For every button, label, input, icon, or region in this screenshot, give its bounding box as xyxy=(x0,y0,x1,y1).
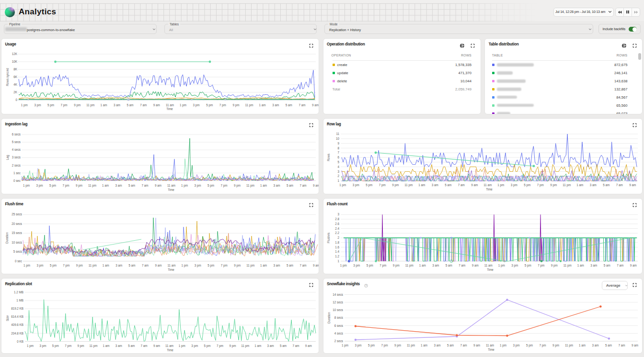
svg-text:11 am: 11 am xyxy=(484,264,492,267)
svg-text:2K: 2K xyxy=(13,90,17,94)
svg-text:1.4: 1.4 xyxy=(335,250,339,253)
svg-text:5 am: 5 am xyxy=(286,103,292,107)
svg-text:11 am: 11 am xyxy=(167,264,175,267)
svg-text:9 am: 9 am xyxy=(312,103,319,107)
svg-text:9 pm: 9 pm xyxy=(552,344,559,347)
svg-text:5 am: 5 am xyxy=(445,264,452,267)
svg-text:1 am: 1 am xyxy=(577,264,584,267)
svg-text:3 pm: 3 pm xyxy=(36,184,43,188)
svg-text:1 am: 1 am xyxy=(103,344,109,347)
svg-text:3 am: 3 am xyxy=(589,183,596,187)
svg-text:5 pm: 5 pm xyxy=(366,264,373,268)
svg-text:5 am: 5 am xyxy=(129,264,136,267)
svg-text:1 am: 1 am xyxy=(102,184,109,187)
svg-text:3 secs: 3 secs xyxy=(12,156,21,159)
svg-text:3 pm: 3 pm xyxy=(510,183,517,187)
svg-text:5 pm: 5 pm xyxy=(524,264,531,268)
svg-text:7 am: 7 am xyxy=(299,103,305,107)
svg-text:1 pm: 1 pm xyxy=(340,264,346,268)
svg-text:1 pm: 1 pm xyxy=(23,184,30,188)
svg-text:7 am: 7 am xyxy=(300,184,307,187)
svg-text:11 pm: 11 pm xyxy=(246,264,254,268)
svg-text:5 am: 5 am xyxy=(603,264,610,267)
svg-text:0: 0 xyxy=(16,98,18,101)
svg-text:3 am: 3 am xyxy=(274,264,280,267)
svg-text:1 am: 1 am xyxy=(579,344,586,347)
svg-text:11 am: 11 am xyxy=(166,103,174,107)
svg-text:2.4: 2.4 xyxy=(335,226,339,230)
svg-text:25 secs: 25 secs xyxy=(12,212,22,216)
svg-text:204.8 KB: 204.8 KB xyxy=(11,331,23,335)
svg-text:11 am: 11 am xyxy=(483,183,492,187)
svg-text:5 am: 5 am xyxy=(128,184,135,187)
svg-text:9 pm: 9 pm xyxy=(76,184,82,188)
svg-text:5 pm: 5 pm xyxy=(366,183,372,187)
svg-text:5 pm: 5 pm xyxy=(368,344,375,347)
svg-text:11 pm: 11 pm xyxy=(407,344,415,347)
svg-text:9 pm: 9 pm xyxy=(234,184,241,188)
svg-text:6 secs: 6 secs xyxy=(334,324,343,327)
svg-text:Time: Time xyxy=(487,268,494,271)
svg-text:1 am: 1 am xyxy=(419,264,426,267)
svg-text:7 pm: 7 pm xyxy=(537,183,543,187)
svg-text:1 am: 1 am xyxy=(418,183,425,187)
svg-text:3 am: 3 am xyxy=(432,264,439,267)
svg-text:3 am: 3 am xyxy=(114,103,120,107)
svg-text:11 pm: 11 pm xyxy=(89,264,97,268)
svg-text:5 am: 5 am xyxy=(445,183,451,187)
svg-text:9 am: 9 am xyxy=(313,264,319,267)
svg-text:7 am: 7 am xyxy=(458,183,464,187)
svg-text:7 am: 7 am xyxy=(617,264,623,267)
svg-text:1 pm: 1 pm xyxy=(339,183,346,187)
svg-text:11 pm: 11 pm xyxy=(563,183,571,187)
svg-text:7 pm: 7 pm xyxy=(217,344,223,348)
svg-text:3 pm: 3 pm xyxy=(355,344,361,347)
svg-text:7 pm: 7 pm xyxy=(219,103,226,107)
svg-text:Duration: Duration xyxy=(327,312,331,323)
svg-text:1 pm: 1 pm xyxy=(181,264,188,268)
svg-text:2: 2 xyxy=(337,174,339,178)
svg-text:9 am: 9 am xyxy=(632,344,638,347)
svg-text:7 am: 7 am xyxy=(299,264,306,267)
svg-text:3 am: 3 am xyxy=(590,264,597,267)
svg-text:5 pm: 5 pm xyxy=(52,344,59,348)
svg-text:0 sec: 0 sec xyxy=(13,179,21,182)
svg-text:1 pm: 1 pm xyxy=(498,264,505,268)
svg-text:5 am: 5 am xyxy=(128,344,135,347)
svg-text:Lag: Lag xyxy=(6,155,10,160)
svg-text:12K: 12K xyxy=(12,52,18,56)
svg-text:3 pm: 3 pm xyxy=(195,184,201,188)
svg-text:1.2: 1.2 xyxy=(335,255,339,258)
svg-text:1.8: 1.8 xyxy=(335,241,339,244)
svg-text:3 pm: 3 pm xyxy=(36,264,43,268)
svg-text:3: 3 xyxy=(337,212,339,216)
svg-text:9 am: 9 am xyxy=(471,183,478,187)
svg-text:9: 9 xyxy=(337,142,339,145)
svg-text:5 pm: 5 pm xyxy=(49,184,56,188)
svg-text:1 am: 1 am xyxy=(260,184,267,187)
svg-text:1 pm: 1 pm xyxy=(500,344,506,347)
svg-text:1 pm: 1 pm xyxy=(180,103,186,107)
svg-text:11 pm: 11 pm xyxy=(565,344,573,347)
svg-text:7 am: 7 am xyxy=(618,344,625,347)
svg-text:1 am: 1 am xyxy=(254,344,261,347)
svg-text:1 am: 1 am xyxy=(103,264,109,267)
svg-text:5 pm: 5 pm xyxy=(206,103,213,107)
svg-text:7 am: 7 am xyxy=(140,103,147,107)
svg-text:5 am: 5 am xyxy=(280,344,287,347)
svg-text:10K: 10K xyxy=(12,60,18,63)
svg-text:Time: Time xyxy=(486,188,493,191)
svg-text:7 am: 7 am xyxy=(616,183,622,187)
svg-text:2 secs: 2 secs xyxy=(334,339,343,343)
svg-text:14 secs: 14 secs xyxy=(333,292,343,296)
svg-text:1 pm: 1 pm xyxy=(497,183,504,187)
svg-text:9 am: 9 am xyxy=(155,264,162,267)
svg-text:7 pm: 7 pm xyxy=(65,344,71,348)
svg-text:409.6 KB: 409.6 KB xyxy=(11,323,23,326)
svg-text:1 am: 1 am xyxy=(259,103,266,107)
svg-text:11 pm: 11 pm xyxy=(90,344,98,348)
svg-text:5 am: 5 am xyxy=(287,264,293,267)
svg-text:10 secs: 10 secs xyxy=(12,241,22,244)
svg-text:Rows: Rows xyxy=(327,154,330,161)
svg-text:9 am: 9 am xyxy=(305,344,312,347)
